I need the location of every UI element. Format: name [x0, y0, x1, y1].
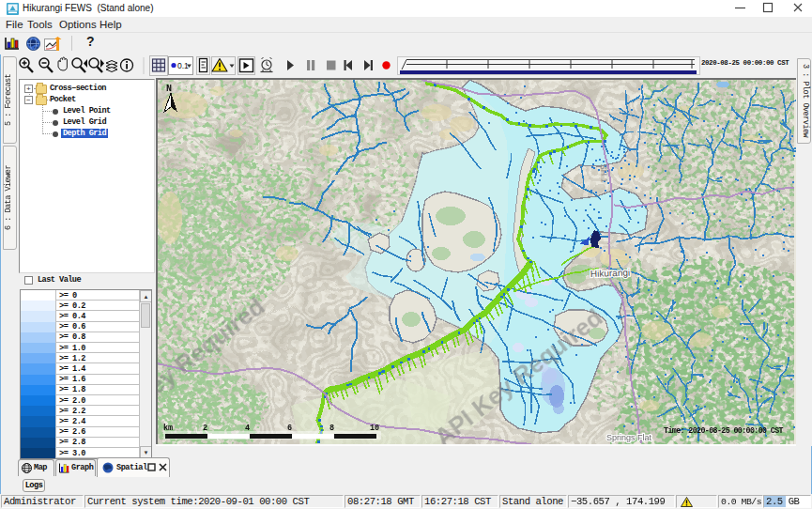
svg-text:Hikurangi: Hikurangi	[590, 268, 631, 279]
svg-text:SH 1: SH 1	[599, 163, 609, 183]
svg-text:0.1: 0.1	[177, 61, 189, 70]
svg-text:Springs Flat: Springs Flat	[606, 433, 652, 442]
svg-text:Time: 2020-08-25 00:00:00 CST: Time: 2020-08-25 00:00:00 CST	[664, 426, 784, 435]
svg-text:N: N	[166, 84, 172, 94]
